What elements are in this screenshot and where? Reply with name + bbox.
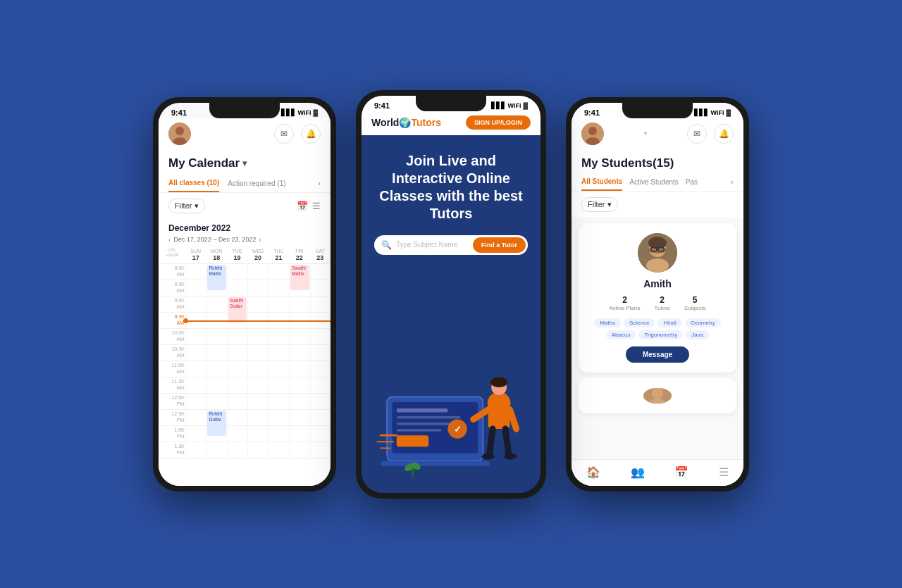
dropdown-arrow-3: ▾ [644,130,647,137]
message-icon-btn-3[interactable]: ✉ [687,124,707,144]
svg-rect-7 [397,423,455,425]
tab-all-students[interactable]: All Students [581,173,622,191]
landing-screen: 9:41 ▋▋▋ WiFi ▓ World🌍Tutors SIGN UP/LOG… [362,96,540,493]
message-button-amith[interactable]: Message [626,346,689,363]
time-row-12pm: 12:00PM [159,394,330,410]
time-label-10am: 10:00AM [159,329,185,344]
svg-point-15 [490,377,507,387]
battery-icon-3: ▓ [726,109,731,116]
message-icon-btn[interactable]: ✉ [274,124,294,144]
svg-point-39 [646,258,669,273]
logo-area: World🌍Tutors [371,117,441,128]
stat-subjects: 5 Subjects [684,295,706,311]
bottom-nav-3: 🏠 👥 📅 ☰ [572,459,743,486]
tab-all-classes[interactable]: All classes (10) [168,175,219,192]
cell-wed-8 [247,264,268,280]
signal-icon-2: ▋▋▋ [491,102,506,109]
wifi-icon: WiFi [298,109,311,116]
time-row-8am: 8:00AM RohithMaths SwathiMaths [159,264,330,280]
students-scroll-area: Amith 2 Active Plans 2 Tutors 5 Subjects [572,218,743,459]
hero-section: Join Live and Interactive Online Classes… [362,135,540,493]
time-label-12pm: 12:00PM [159,394,185,409]
prev-week-btn[interactable]: ‹ [168,236,171,244]
day-sun: SUN17 [185,246,206,264]
notch-3 [622,103,693,118]
cell-thu-8 [268,264,289,280]
time-row-9am: 9:00AM SwathiGuitar [159,296,330,313]
students-tab-arrow: › [731,177,734,186]
svg-line-18 [510,409,517,428]
tab-action-required[interactable]: Action required (1) [228,175,285,192]
svg-rect-16 [488,403,510,428]
amith-name: Amith [643,278,672,289]
wifi-icon-3: WiFi [711,109,724,116]
phone-students: 9:41 ▋▋▋ WiFi ▓ ▾ [566,97,749,492]
utc-label: UTC+03:00 [159,246,185,264]
tag-geometry: Geometry [685,318,721,327]
month-header: December 2022 [159,219,330,234]
filter-chevron-3: ▾ [607,200,612,209]
filter-label-3: Filter [588,200,605,208]
day-wed: WED20 [247,246,268,264]
battery-icon-2: ▓ [523,102,528,109]
cell-sun-8 [185,264,206,280]
cell-mon-8: RohithMaths [206,264,226,280]
tag-science: Science [624,318,655,327]
next-week-btn[interactable]: › [259,236,261,244]
nav-menu-icon[interactable]: ☰ [719,465,729,479]
time-row-1pm: 1:00PM [159,426,330,442]
students-header: ▾ ✉ 🔔 [572,118,743,151]
view-toggle: 📅 ☰ [297,201,321,211]
status-icons-2: ▋▋▋ WiFi ▓ [491,102,528,109]
tab-past-students[interactable]: Pas [686,174,698,190]
tab-arrow: › [318,179,321,187]
time-label-1230pm: 12:30PM [159,410,185,425]
tab-active-students[interactable]: Active Students [629,174,678,190]
cell-tue-9: SwathiGuitar [227,296,247,312]
notification-icon-btn-3[interactable]: 🔔 [714,124,734,144]
wifi-icon-2: WiFi [508,102,521,109]
time-row-930am: 9:30AM [159,313,330,329]
current-time-line [185,320,330,322]
signup-login-button[interactable]: SIGN UP/LOGIN [466,115,531,130]
students-screen: 9:41 ▋▋▋ WiFi ▓ ▾ [572,103,743,486]
time-row-11am: 11:00AM [159,361,330,377]
day-thu: THU21 [268,246,289,264]
day-headers: UTC+03:00 SUN17 MON18 TUE19 WED20 THU21 … [159,246,330,265]
svg-rect-8 [397,429,442,432]
calendar-view-icon[interactable]: 📅 [297,201,308,211]
user-avatar-3[interactable] [581,123,604,145]
notification-icon-btn[interactable]: 🔔 [301,124,321,144]
nav-students-icon[interactable]: 👥 [631,465,645,479]
day-mon: MON18 [206,246,226,264]
day-fri: FRI22 [289,246,309,264]
filter-button-3[interactable]: Filter ▾ [581,197,618,212]
nav-home-icon[interactable]: 🏠 [586,465,600,479]
list-view-icon[interactable]: ☰ [312,201,321,211]
time-row-1030am: 10:30AM [159,345,330,361]
status-time-1: 9:41 [171,108,187,117]
landing-header: World🌍Tutors SIGN UP/LOGIN [362,111,540,135]
time-label-830am: 8:30AM [159,280,185,296]
svg-line-20 [505,429,509,454]
search-bar: 🔍 Type Subject Name Find a Tutor [374,235,528,255]
filter-button-1[interactable]: Filter ▾ [168,199,205,213]
students-title: My Students(15) [572,151,743,173]
tag-trigonometry: Trigonometry [638,330,683,339]
student-card-partial [579,378,736,413]
calendar-section: December 2022 ‹ Dec 17, 2022 – Dec 23, 2… [159,219,330,486]
tag-java: Java [686,330,709,339]
cell-fri-8: SwathiMaths [289,264,309,280]
notch [209,103,280,118]
calendar-title[interactable]: My Calendar ▾ [168,156,321,170]
subject-search-input[interactable]: Type Subject Name [396,241,473,249]
logo-world: World🌍Tutors [371,117,441,128]
week-range: Dec 17, 2022 – Dec 23, 2022 [173,236,256,243]
search-icon-landing: 🔍 [381,240,392,250]
user-avatar-1[interactable] [168,123,191,145]
time-label-9am: 9:00AM [159,296,185,312]
stat-tutors: 2 Tutors [654,295,669,311]
nav-calendar-icon[interactable]: 📅 [674,465,688,479]
find-tutor-button[interactable]: Find a Tutor [473,237,526,253]
subject-tags-amith: Maths Science Hindi Geometry Abacus Trig… [588,318,727,339]
